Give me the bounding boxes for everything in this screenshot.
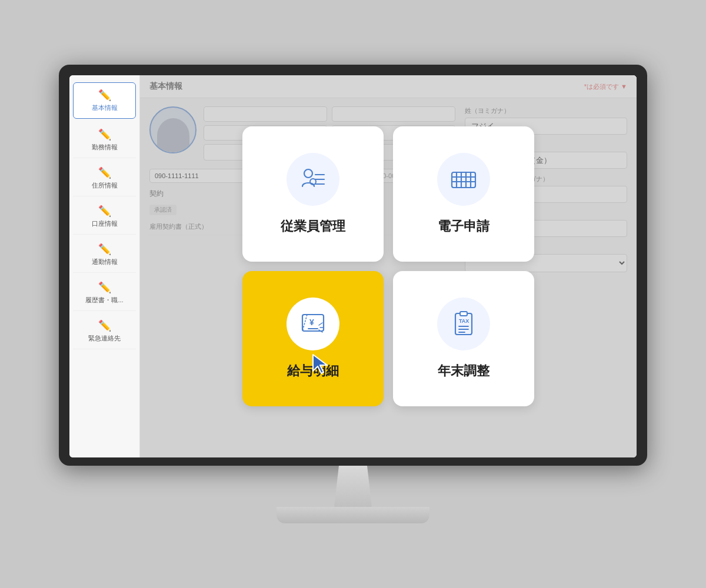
sidebar-item-basic-info[interactable]: ✏️ 基本情報 bbox=[73, 82, 136, 119]
edit-icon-6: ✏️ bbox=[98, 281, 111, 294]
sidebar: ✏️ 基本情報 ✏️ 勤務情報 ✏️ 住所情報 ✏️ 口座情報 ✏️ 通勤情 bbox=[69, 75, 140, 457]
svg-rect-22 bbox=[460, 312, 467, 316]
application-card-label: 電子申請 bbox=[438, 218, 489, 235]
edit-icon-3: ✏️ bbox=[98, 166, 111, 179]
edit-icon: ✏️ bbox=[98, 89, 111, 102]
menu-card-employee[interactable]: 従業員管理 bbox=[242, 126, 384, 262]
edit-icon-5: ✏️ bbox=[98, 243, 111, 256]
employee-card-label: 従業員管理 bbox=[281, 218, 345, 235]
yearend-icon-wrap: TAX bbox=[437, 298, 490, 350]
sidebar-label-resume: 履歴書・職... bbox=[85, 296, 123, 305]
sidebar-label-account: 口座情報 bbox=[92, 219, 118, 228]
monitor-neck bbox=[329, 466, 377, 507]
employee-management-icon bbox=[298, 164, 328, 195]
sidebar-item-account[interactable]: ✏️ 口座情報 bbox=[73, 199, 136, 235]
sidebar-label-address: 住所情報 bbox=[92, 181, 118, 190]
svg-line-17 bbox=[319, 323, 322, 325]
monitor-outer: ✏️ 基本情報 ✏️ 勤務情報 ✏️ 住所情報 ✏️ 口座情報 ✏️ 通勤情 bbox=[59, 65, 647, 466]
menu-card-application[interactable]: 電子申請 bbox=[393, 126, 534, 262]
menu-card-payslip[interactable]: ¥ 給与明細 bbox=[242, 271, 384, 406]
menu-card-yearend[interactable]: TAX 年末調整 bbox=[393, 271, 534, 406]
menu-grid: 従業員管理 bbox=[237, 121, 540, 412]
sidebar-item-commute[interactable]: ✏️ 通勤情報 bbox=[73, 237, 136, 273]
monitor-base bbox=[277, 507, 429, 523]
svg-rect-21 bbox=[455, 313, 472, 335]
electronic-application-icon bbox=[448, 164, 479, 195]
sidebar-item-work-info[interactable]: ✏️ 勤務情報 bbox=[73, 122, 136, 158]
payslip-icon: ¥ bbox=[298, 309, 328, 339]
sidebar-label-work: 勤務情報 bbox=[92, 143, 118, 152]
sidebar-label-emergency: 緊急連絡先 bbox=[88, 334, 121, 343]
monitor-screen: ✏️ 基本情報 ✏️ 勤務情報 ✏️ 住所情報 ✏️ 口座情報 ✏️ 通勤情 bbox=[69, 75, 637, 457]
edit-icon-4: ✏️ bbox=[98, 205, 111, 218]
svg-line-13 bbox=[302, 315, 307, 331]
main-content: 基本情報 *は必須です ▼ bbox=[140, 75, 637, 457]
svg-point-0 bbox=[304, 169, 312, 178]
svg-rect-5 bbox=[452, 172, 475, 188]
svg-text:TAX: TAX bbox=[459, 318, 469, 324]
yearend-tax-icon: TAX bbox=[448, 309, 479, 339]
svg-text:¥: ¥ bbox=[309, 318, 314, 327]
sidebar-label-commute: 通勤情報 bbox=[92, 258, 118, 266]
monitor-wrapper: ✏️ 基本情報 ✏️ 勤務情報 ✏️ 住所情報 ✏️ 口座情報 ✏️ 通勤情 bbox=[44, 65, 662, 523]
payslip-icon-wrap: ¥ bbox=[287, 298, 339, 350]
payslip-card-label: 給与明細 bbox=[287, 362, 339, 380]
sidebar-item-emergency[interactable]: ✏️ 緊急連絡先 bbox=[73, 313, 136, 349]
sidebar-label-basic: 基本情報 bbox=[92, 103, 118, 112]
application-icon-wrap bbox=[437, 153, 490, 206]
sidebar-item-resume[interactable]: ✏️ 履歴書・職... bbox=[73, 275, 136, 311]
employee-icon-wrap bbox=[287, 153, 339, 206]
sidebar-item-address[interactable]: ✏️ 住所情報 bbox=[73, 161, 136, 196]
menu-overlay: 従業員管理 bbox=[140, 75, 637, 457]
yearend-card-label: 年末調整 bbox=[438, 362, 489, 380]
edit-icon-2: ✏️ bbox=[98, 128, 111, 141]
edit-icon-7: ✏️ bbox=[98, 319, 111, 332]
